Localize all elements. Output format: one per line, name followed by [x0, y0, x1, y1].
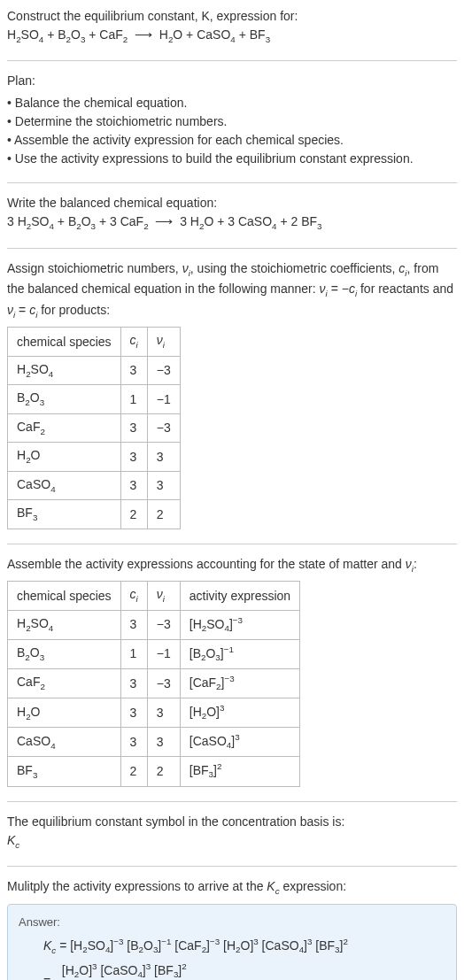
answer-box: Answer: Kc = [H2SO4]−3 [B2O3]−1 [CaF2]−3… — [7, 904, 457, 980]
cell-c: 2 — [120, 500, 147, 529]
cell-species: H2SO4 — [8, 356, 121, 384]
table-row: CaF23−3[CaF2]−3 — [8, 669, 300, 698]
table-row: CaSO433 — [8, 471, 181, 499]
col-v: νi — [147, 328, 180, 356]
cell-activity: [H2O]3 — [180, 698, 299, 728]
cell-v: −1 — [147, 639, 180, 668]
cell-species: BF3 — [8, 500, 121, 529]
table-header-row: chemical species ci νi — [8, 328, 181, 356]
balanced-heading: Write the balanced chemical equation: — [7, 194, 457, 212]
ksymbol-section: The equilibrium constant symbol in the c… — [7, 801, 457, 857]
cell-activity: [CaF2]−3 — [180, 669, 299, 698]
plan-section: Plan: Balance the chemical equation. Det… — [7, 60, 457, 174]
col-species: chemical species — [8, 328, 121, 356]
fraction-numerator: [H2O]3 [CaSO4]3 [BF3]2 — [56, 961, 192, 980]
activity-section: Assemble the activity expressions accoun… — [7, 544, 457, 792]
cell-c: 1 — [120, 385, 147, 413]
cell-activity: [BF3]2 — [180, 757, 299, 786]
table-row: H2SO43−3 — [8, 356, 181, 384]
cell-v: −3 — [147, 669, 180, 698]
fraction: [H2O]3 [CaSO4]3 [BF3]2 [H2SO4]3 [B2O3] [… — [56, 961, 192, 980]
answer-fraction-line: = [H2O]3 [CaSO4]3 [BF3]2 [H2SO4]3 [B2O3]… — [43, 961, 445, 980]
col-c: ci — [120, 328, 147, 356]
table-row: BF322[BF3]2 — [8, 757, 300, 786]
cell-species: B2O3 — [8, 385, 121, 413]
cell-species: B2O3 — [8, 639, 121, 668]
stoich-heading: Assign stoichiometric numbers, νi, using… — [7, 259, 457, 321]
cell-activity: [H2SO4]−3 — [180, 610, 299, 639]
intro-line: Construct the equilibrium constant, K, e… — [7, 7, 457, 26]
ksymbol-line: The equilibrium constant symbol in the c… — [7, 813, 457, 831]
cell-activity: [B2O3]−1 — [180, 639, 299, 668]
plan-item: Use the activity expressions to build th… — [7, 150, 457, 168]
col-c: ci — [120, 582, 147, 610]
table-header-row: chemical species ci νi activity expressi… — [8, 582, 300, 610]
cell-c: 3 — [120, 728, 147, 757]
cell-v: 3 — [147, 728, 180, 757]
intro-section: Construct the equilibrium constant, K, e… — [7, 7, 457, 51]
activity-heading: Assemble the activity expressions accoun… — [7, 555, 457, 575]
cell-species: CaSO4 — [8, 471, 121, 499]
plan-item: Assemble the activity expression for eac… — [7, 131, 457, 150]
answer-label: Answer: — [19, 914, 445, 931]
table-row: H2O33 — [8, 443, 181, 471]
cell-v: 2 — [147, 500, 180, 529]
plan-list: Balance the chemical equation. Determine… — [7, 94, 457, 168]
table-row: B2O31−1[B2O3]−1 — [8, 639, 300, 668]
cell-c: 3 — [120, 413, 147, 442]
cell-v: 2 — [147, 757, 180, 786]
stoich-section: Assign stoichiometric numbers, νi, using… — [7, 248, 457, 535]
col-species: chemical species — [8, 582, 121, 610]
cell-v: −3 — [147, 356, 180, 384]
final-section: Mulitply the activity expressions to arr… — [7, 866, 457, 980]
equals-prefix: = — [43, 975, 54, 980]
cell-activity: [CaSO4]3 — [180, 728, 299, 757]
cell-c: 3 — [120, 356, 147, 384]
cell-v: −3 — [147, 413, 180, 442]
cell-c: 1 — [120, 639, 147, 668]
balanced-equation: 3 H2SO4 + B2O3 + 3 CaF2 ⟶ 3 H2O + 3 CaSO… — [7, 212, 457, 233]
cell-c: 2 — [120, 757, 147, 786]
cell-c: 3 — [120, 669, 147, 698]
table-row: CaSO433[CaSO4]3 — [8, 728, 300, 757]
col-v: νi — [147, 582, 180, 610]
answer-expression-line: Kc = [H2SO4]−3 [B2O3]−1 [CaF2]−3 [H2O]3 … — [43, 936, 445, 957]
cell-v: −3 — [147, 610, 180, 639]
plan-item: Balance the chemical equation. — [7, 94, 457, 112]
balanced-section: Write the balanced chemical equation: 3 … — [7, 182, 457, 238]
cell-species: H2O — [8, 443, 121, 471]
cell-c: 3 — [120, 610, 147, 639]
table-row: B2O31−1 — [8, 385, 181, 413]
plan-item: Determine the stoichiometric numbers. — [7, 112, 457, 131]
table-row: CaF23−3 — [8, 413, 181, 442]
cell-v: 3 — [147, 471, 180, 499]
cell-c: 3 — [120, 443, 147, 471]
table-row: BF322 — [8, 500, 181, 529]
cell-v: 3 — [147, 698, 180, 728]
final-heading: Mulitply the activity expressions to arr… — [7, 877, 457, 898]
cell-species: H2O — [8, 698, 121, 728]
cell-species: CaF2 — [8, 413, 121, 442]
cell-species: H2SO4 — [8, 610, 121, 639]
ksymbol-value: Kc — [7, 831, 457, 852]
cell-v: −1 — [147, 385, 180, 413]
table-row: H2SO43−3[H2SO4]−3 — [8, 610, 300, 639]
col-activity: activity expression — [180, 582, 299, 610]
cell-species: CaF2 — [8, 669, 121, 698]
cell-c: 3 — [120, 471, 147, 499]
plan-heading: Plan: — [7, 72, 457, 90]
activity-table: chemical species ci νi activity expressi… — [7, 581, 300, 786]
table-row: H2O33[H2O]3 — [8, 698, 300, 728]
cell-species: BF3 — [8, 757, 121, 786]
cell-species: CaSO4 — [8, 728, 121, 757]
cell-c: 3 — [120, 698, 147, 728]
intro-equation: H2SO4 + B2O3 + CaF2 ⟶ H2O + CaSO4 + BF3 — [7, 26, 457, 46]
stoich-table: chemical species ci νi H2SO43−3 B2O31−1 … — [7, 327, 181, 529]
cell-v: 3 — [147, 443, 180, 471]
